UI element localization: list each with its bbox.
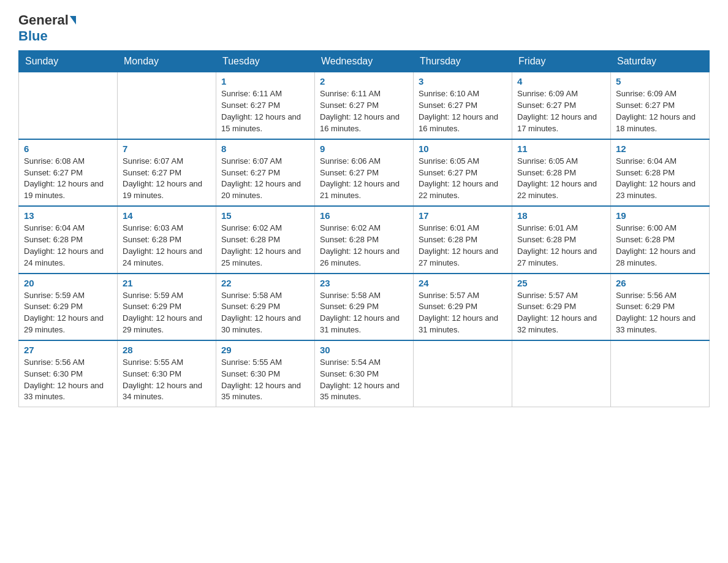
day-number: 23 <box>320 278 408 288</box>
logo-general-text: General <box>18 12 69 28</box>
day-cell-8: 8Sunrise: 6:07 AMSunset: 6:27 PMDaylight… <box>216 139 315 206</box>
day-info: Sunrise: 6:11 AMSunset: 6:27 PMDaylight:… <box>320 88 408 134</box>
day-cell-28: 28Sunrise: 5:55 AMSunset: 6:30 PMDayligh… <box>118 340 216 407</box>
day-number: 16 <box>320 210 408 221</box>
week-row-1: 1Sunrise: 6:11 AMSunset: 6:27 PMDaylight… <box>19 72 710 139</box>
day-cell-4: 4Sunrise: 6:09 AMSunset: 6:27 PMDaylight… <box>512 72 611 139</box>
day-cell-3: 3Sunrise: 6:10 AMSunset: 6:27 PMDaylight… <box>414 72 512 139</box>
day-info: Sunrise: 6:11 AMSunset: 6:27 PMDaylight:… <box>221 88 309 134</box>
day-cell-22: 22Sunrise: 5:58 AMSunset: 6:29 PMDayligh… <box>216 274 315 340</box>
day-cell-10: 10Sunrise: 6:05 AMSunset: 6:27 PMDayligh… <box>414 139 512 206</box>
week-row-5: 27Sunrise: 5:56 AMSunset: 6:30 PMDayligh… <box>19 340 710 407</box>
day-cell-17: 17Sunrise: 6:01 AMSunset: 6:28 PMDayligh… <box>414 206 512 273</box>
week-row-2: 6Sunrise: 6:08 AMSunset: 6:27 PMDaylight… <box>19 139 710 206</box>
weekday-header-wednesday: Wednesday <box>315 51 414 72</box>
day-cell-18: 18Sunrise: 6:01 AMSunset: 6:28 PMDayligh… <box>512 206 611 273</box>
day-cell-11: 11Sunrise: 6:05 AMSunset: 6:28 PMDayligh… <box>512 139 611 206</box>
weekday-header-tuesday: Tuesday <box>216 51 315 72</box>
day-cell-16: 16Sunrise: 6:02 AMSunset: 6:28 PMDayligh… <box>315 206 414 273</box>
day-number: 21 <box>123 278 211 288</box>
weekday-header-thursday: Thursday <box>414 51 512 72</box>
empty-cell <box>118 72 216 139</box>
empty-cell <box>19 72 118 139</box>
day-number: 14 <box>123 210 211 221</box>
logo-triangle-icon <box>70 16 76 25</box>
day-number: 15 <box>221 210 309 221</box>
day-number: 10 <box>419 144 507 154</box>
day-cell-24: 24Sunrise: 5:57 AMSunset: 6:29 PMDayligh… <box>414 274 512 340</box>
day-cell-23: 23Sunrise: 5:58 AMSunset: 6:29 PMDayligh… <box>315 274 414 340</box>
day-info: Sunrise: 6:09 AMSunset: 6:27 PMDaylight:… <box>517 88 605 134</box>
day-info: Sunrise: 6:07 AMSunset: 6:27 PMDaylight:… <box>221 156 309 202</box>
day-info: Sunrise: 5:59 AMSunset: 6:29 PMDaylight:… <box>24 290 112 336</box>
weekday-header-sunday: Sunday <box>19 51 118 72</box>
day-number: 1 <box>221 76 309 86</box>
day-number: 2 <box>320 76 408 86</box>
day-info: Sunrise: 5:55 AMSunset: 6:30 PMDaylight:… <box>123 357 211 403</box>
day-number: 17 <box>419 210 507 221</box>
day-cell-27: 27Sunrise: 5:56 AMSunset: 6:30 PMDayligh… <box>19 340 118 407</box>
day-number: 27 <box>24 345 112 355</box>
day-info: Sunrise: 5:58 AMSunset: 6:29 PMDaylight:… <box>221 290 309 336</box>
day-number: 9 <box>320 144 408 154</box>
day-info: Sunrise: 6:02 AMSunset: 6:28 PMDaylight:… <box>320 223 408 269</box>
day-number: 30 <box>320 345 408 355</box>
day-number: 3 <box>419 76 507 86</box>
day-info: Sunrise: 5:55 AMSunset: 6:30 PMDaylight:… <box>221 357 309 403</box>
day-info: Sunrise: 6:09 AMSunset: 6:27 PMDaylight:… <box>616 88 704 134</box>
calendar-table: SundayMondayTuesdayWednesdayThursdayFrid… <box>18 50 710 407</box>
day-number: 18 <box>517 210 605 221</box>
day-info: Sunrise: 5:57 AMSunset: 6:29 PMDaylight:… <box>419 290 507 336</box>
day-info: Sunrise: 5:56 AMSunset: 6:29 PMDaylight:… <box>616 290 704 336</box>
day-info: Sunrise: 6:08 AMSunset: 6:27 PMDaylight:… <box>24 156 112 202</box>
day-cell-5: 5Sunrise: 6:09 AMSunset: 6:27 PMDaylight… <box>611 72 710 139</box>
day-info: Sunrise: 6:02 AMSunset: 6:28 PMDaylight:… <box>221 223 309 269</box>
day-cell-2: 2Sunrise: 6:11 AMSunset: 6:27 PMDaylight… <box>315 72 414 139</box>
day-cell-7: 7Sunrise: 6:07 AMSunset: 6:27 PMDaylight… <box>118 139 216 206</box>
day-number: 8 <box>221 144 309 154</box>
day-info: Sunrise: 5:56 AMSunset: 6:30 PMDaylight:… <box>24 357 112 403</box>
day-cell-13: 13Sunrise: 6:04 AMSunset: 6:28 PMDayligh… <box>19 206 118 273</box>
day-number: 11 <box>517 144 605 154</box>
day-cell-20: 20Sunrise: 5:59 AMSunset: 6:29 PMDayligh… <box>19 274 118 340</box>
day-info: Sunrise: 6:01 AMSunset: 6:28 PMDaylight:… <box>419 223 507 269</box>
day-cell-14: 14Sunrise: 6:03 AMSunset: 6:28 PMDayligh… <box>118 206 216 273</box>
day-cell-29: 29Sunrise: 5:55 AMSunset: 6:30 PMDayligh… <box>216 340 315 407</box>
page-header: General Blue <box>18 12 710 44</box>
day-cell-12: 12Sunrise: 6:04 AMSunset: 6:28 PMDayligh… <box>611 139 710 206</box>
day-number: 24 <box>419 278 507 288</box>
week-row-4: 20Sunrise: 5:59 AMSunset: 6:29 PMDayligh… <box>19 274 710 340</box>
day-number: 6 <box>24 144 112 154</box>
empty-cell <box>512 340 611 407</box>
day-number: 20 <box>24 278 112 288</box>
day-cell-1: 1Sunrise: 6:11 AMSunset: 6:27 PMDaylight… <box>216 72 315 139</box>
empty-cell <box>414 340 512 407</box>
day-number: 12 <box>616 144 704 154</box>
day-cell-6: 6Sunrise: 6:08 AMSunset: 6:27 PMDaylight… <box>19 139 118 206</box>
day-number: 4 <box>517 76 605 86</box>
day-info: Sunrise: 5:58 AMSunset: 6:29 PMDaylight:… <box>320 290 408 336</box>
day-info: Sunrise: 6:06 AMSunset: 6:27 PMDaylight:… <box>320 156 408 202</box>
logo-blue-text: Blue <box>18 28 48 44</box>
day-cell-15: 15Sunrise: 6:02 AMSunset: 6:28 PMDayligh… <box>216 206 315 273</box>
day-cell-30: 30Sunrise: 5:54 AMSunset: 6:30 PMDayligh… <box>315 340 414 407</box>
day-number: 25 <box>517 278 605 288</box>
day-info: Sunrise: 6:05 AMSunset: 6:27 PMDaylight:… <box>419 156 507 202</box>
day-number: 13 <box>24 210 112 221</box>
day-number: 7 <box>123 144 211 154</box>
weekday-header-friday: Friday <box>512 51 611 72</box>
day-cell-21: 21Sunrise: 5:59 AMSunset: 6:29 PMDayligh… <box>118 274 216 340</box>
day-info: Sunrise: 5:59 AMSunset: 6:29 PMDaylight:… <box>123 290 211 336</box>
day-info: Sunrise: 6:00 AMSunset: 6:28 PMDaylight:… <box>616 223 704 269</box>
day-cell-19: 19Sunrise: 6:00 AMSunset: 6:28 PMDayligh… <box>611 206 710 273</box>
empty-cell <box>611 340 710 407</box>
day-info: Sunrise: 6:04 AMSunset: 6:28 PMDaylight:… <box>24 223 112 269</box>
day-number: 29 <box>221 345 309 355</box>
day-number: 19 <box>616 210 704 221</box>
day-info: Sunrise: 6:01 AMSunset: 6:28 PMDaylight:… <box>517 223 605 269</box>
day-cell-26: 26Sunrise: 5:56 AMSunset: 6:29 PMDayligh… <box>611 274 710 340</box>
day-cell-25: 25Sunrise: 5:57 AMSunset: 6:29 PMDayligh… <box>512 274 611 340</box>
weekday-header-saturday: Saturday <box>611 51 710 72</box>
day-cell-9: 9Sunrise: 6:06 AMSunset: 6:27 PMDaylight… <box>315 139 414 206</box>
day-info: Sunrise: 6:07 AMSunset: 6:27 PMDaylight:… <box>123 156 211 202</box>
